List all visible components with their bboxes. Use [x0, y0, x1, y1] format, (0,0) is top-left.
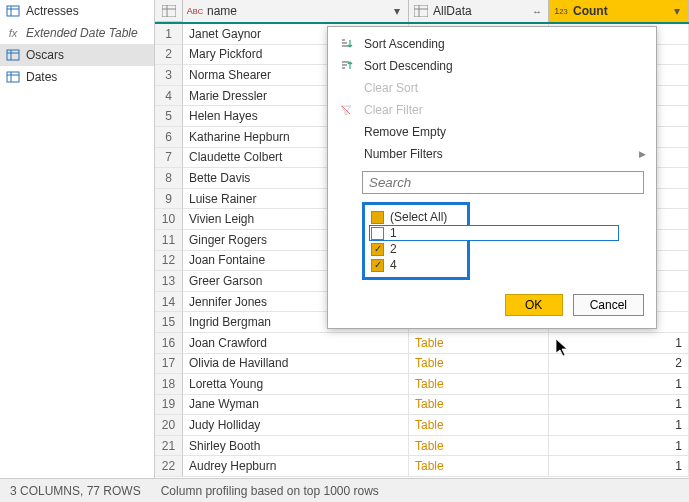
- column-header-name[interactable]: ABC name ▾: [183, 0, 409, 22]
- table-row[interactable]: 18Loretta YoungTable1: [155, 374, 689, 395]
- menu-sort-descending[interactable]: Sort Descending: [328, 55, 656, 77]
- table-row[interactable]: 17Olivia de HavillandTable2: [155, 354, 689, 375]
- number-type-icon: 123: [553, 4, 569, 18]
- column-headers: ABC name ▾ AllData ↔ 123 Count ▾: [155, 0, 689, 24]
- filter-value-4[interactable]: 4: [369, 257, 463, 273]
- query-label: Extended Date Table: [26, 26, 148, 40]
- filter-value-label: (Select All): [390, 210, 447, 224]
- query-label: Oscars: [26, 48, 148, 62]
- checkbox-checked-icon[interactable]: [371, 259, 384, 272]
- queries-pane: Actresses fx Extended Date Table Oscars …: [0, 0, 155, 478]
- count-cell[interactable]: 1: [549, 436, 689, 457]
- count-cell[interactable]: 1: [549, 333, 689, 354]
- column-header-alldata[interactable]: AllData ↔: [409, 0, 549, 22]
- checkbox-indeterminate-icon[interactable]: [371, 211, 384, 224]
- filter-value-label: 2: [390, 242, 397, 256]
- svg-rect-6: [7, 72, 19, 82]
- table-row[interactable]: 21Shirley BoothTable1: [155, 436, 689, 457]
- alldata-cell[interactable]: Table: [409, 374, 549, 395]
- menu-label: Clear Filter: [364, 103, 646, 117]
- blank-icon: [338, 80, 354, 96]
- table-icon: [6, 70, 20, 84]
- clear-filter-icon: [338, 102, 354, 118]
- row-index-cell: 3: [155, 65, 183, 86]
- alldata-cell[interactable]: Table: [409, 456, 549, 477]
- svg-rect-0: [7, 6, 19, 16]
- row-index-cell: 20: [155, 415, 183, 436]
- menu-remove-empty[interactable]: Remove Empty: [328, 121, 656, 143]
- column-header-count[interactable]: 123 Count ▾: [549, 0, 689, 22]
- name-cell[interactable]: Loretta Young: [183, 374, 409, 395]
- ok-button[interactable]: OK: [505, 294, 563, 316]
- menu-sort-ascending[interactable]: Sort Ascending: [328, 33, 656, 55]
- name-cell[interactable]: Jane Wyman: [183, 395, 409, 416]
- count-cell[interactable]: 2: [549, 354, 689, 375]
- row-index-cell: 22: [155, 456, 183, 477]
- filter-values-list: (Select All) 1 2 4: [362, 202, 644, 280]
- menu-label: Clear Sort: [364, 81, 646, 95]
- count-cell[interactable]: 1: [549, 395, 689, 416]
- query-item-dates[interactable]: Dates: [0, 66, 154, 88]
- menu-label: Remove Empty: [364, 125, 646, 139]
- alldata-cell[interactable]: Table: [409, 436, 549, 457]
- query-item-oscars[interactable]: Oscars: [0, 44, 154, 66]
- status-columns-rows: 3 COLUMNS, 77 ROWS: [10, 484, 141, 498]
- table-row[interactable]: 20Judy HollidayTable1: [155, 415, 689, 436]
- highlight-annotation: (Select All) 1 2 4: [362, 202, 470, 280]
- checkbox-checked-icon[interactable]: [371, 243, 384, 256]
- name-cell[interactable]: Judy Holliday: [183, 415, 409, 436]
- row-index-cell: 14: [155, 292, 183, 313]
- dropdown-icon[interactable]: ▾: [390, 4, 404, 18]
- alldata-cell[interactable]: Table: [409, 415, 549, 436]
- row-index-cell: 10: [155, 209, 183, 230]
- count-cell[interactable]: 1: [549, 456, 689, 477]
- row-index-cell: 17: [155, 354, 183, 375]
- expand-icon[interactable]: ↔: [530, 4, 544, 18]
- fx-icon: fx: [6, 26, 20, 40]
- table-type-icon: [413, 4, 429, 18]
- submenu-arrow-icon: ▶: [639, 149, 646, 159]
- filter-value-label: 4: [390, 258, 397, 272]
- name-cell[interactable]: Joan Crawford: [183, 333, 409, 354]
- svg-rect-3: [7, 50, 19, 60]
- column-title: name: [207, 4, 386, 18]
- filter-value-1[interactable]: 1: [369, 225, 619, 241]
- table-row[interactable]: 16Joan CrawfordTable1: [155, 333, 689, 354]
- row-index-cell: 18: [155, 374, 183, 395]
- table-row[interactable]: 19Jane WymanTable1: [155, 395, 689, 416]
- filter-search-input[interactable]: [362, 171, 644, 194]
- row-index-cell: 13: [155, 271, 183, 292]
- query-item-extended-date-table[interactable]: fx Extended Date Table: [0, 22, 154, 44]
- cancel-button[interactable]: Cancel: [573, 294, 644, 316]
- row-index-cell: 4: [155, 86, 183, 107]
- svg-line-15: [342, 106, 350, 114]
- row-index-cell: 5: [155, 106, 183, 127]
- row-index-cell: 7: [155, 148, 183, 169]
- checkbox-unchecked-icon[interactable]: [371, 227, 384, 240]
- name-cell[interactable]: Olivia de Havilland: [183, 354, 409, 375]
- row-index-header[interactable]: [155, 0, 183, 22]
- row-index-cell: 6: [155, 127, 183, 148]
- row-index-cell: 15: [155, 312, 183, 333]
- sort-desc-icon: [338, 58, 354, 74]
- count-cell[interactable]: 1: [549, 415, 689, 436]
- svg-rect-12: [414, 5, 428, 17]
- filter-value-select-all[interactable]: (Select All): [369, 209, 463, 225]
- alldata-cell[interactable]: Table: [409, 354, 549, 375]
- menu-label: Sort Descending: [364, 59, 646, 73]
- count-cell[interactable]: 1: [549, 374, 689, 395]
- dropdown-icon[interactable]: ▾: [670, 4, 684, 18]
- filter-value-label: 1: [390, 226, 397, 240]
- alldata-cell[interactable]: Table: [409, 333, 549, 354]
- query-item-actresses[interactable]: Actresses: [0, 0, 154, 22]
- status-bar: 3 COLUMNS, 77 ROWS Column profiling base…: [0, 478, 689, 502]
- sort-asc-icon: [338, 36, 354, 52]
- alldata-cell[interactable]: Table: [409, 395, 549, 416]
- name-cell[interactable]: Shirley Booth: [183, 436, 409, 457]
- query-label: Dates: [26, 70, 148, 84]
- filter-value-2[interactable]: 2: [369, 241, 463, 257]
- name-cell[interactable]: Audrey Hepburn: [183, 456, 409, 477]
- menu-number-filters[interactable]: Number Filters ▶: [328, 143, 656, 165]
- column-title: AllData: [433, 4, 526, 18]
- table-row[interactable]: 22Audrey HepburnTable1: [155, 456, 689, 477]
